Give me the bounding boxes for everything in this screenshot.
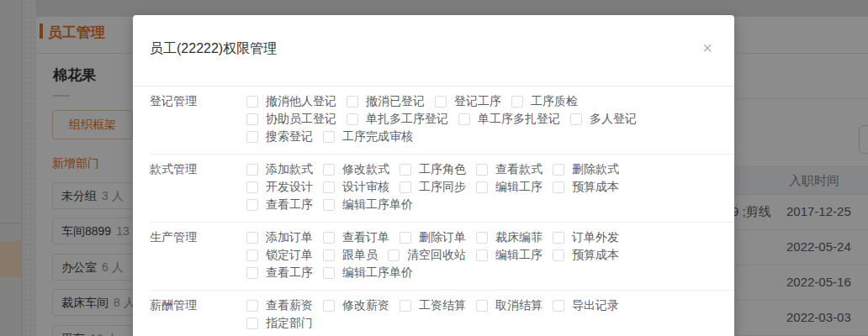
checkbox-icon[interactable]	[323, 181, 335, 193]
permission-label: 编辑工序	[495, 180, 542, 195]
permission-checkbox-item[interactable]: 多人登记	[570, 112, 637, 127]
permission-checkbox-item[interactable]: 指定部门	[246, 316, 313, 331]
permission-checkbox-item[interactable]: 工资结算	[400, 298, 466, 313]
permission-checkbox-item[interactable]: 工序质检	[511, 94, 578, 109]
permission-checkbox-item[interactable]: 单工序多扎登记	[458, 112, 560, 127]
checkbox-icon[interactable]	[246, 164, 258, 176]
checkbox-icon[interactable]	[246, 318, 258, 329]
checkbox-icon[interactable]	[323, 131, 335, 143]
permission-rows: 添加款式修改款式工序角色查看款式删除款式开发设计设计审核工序同步编辑工序预算成本…	[246, 160, 734, 213]
permission-label: 查看款式	[495, 162, 542, 177]
checkbox-icon[interactable]	[388, 249, 400, 261]
checkbox-icon[interactable]	[323, 232, 335, 244]
permission-label: 单扎多工序登记	[366, 112, 448, 127]
checkbox-icon[interactable]	[347, 113, 358, 125]
permission-section-label: 登记管理	[150, 92, 246, 110]
close-icon[interactable]: ×	[696, 37, 719, 60]
checkbox-icon[interactable]	[246, 96, 258, 108]
permission-checkbox-item[interactable]: 撤消已登记	[347, 94, 425, 109]
permission-checkbox-item[interactable]: 编辑工序单价	[323, 197, 413, 213]
permission-checkbox-item[interactable]: 单扎多工序登记	[347, 112, 448, 127]
checkbox-icon[interactable]	[476, 232, 488, 244]
permission-label: 添加订单	[266, 230, 313, 245]
permission-checkbox-item[interactable]: 预算成本	[553, 180, 619, 195]
permission-checkbox-item[interactable]: 取消结算	[476, 298, 542, 313]
checkbox-icon[interactable]	[246, 199, 258, 211]
permission-checkbox-item[interactable]: 开发设计	[246, 180, 313, 195]
checkbox-icon[interactable]	[347, 96, 358, 108]
permission-checkbox-item[interactable]: 登记工序	[435, 94, 501, 109]
checkbox-icon[interactable]	[553, 164, 564, 176]
checkbox-icon[interactable]	[246, 181, 258, 193]
permission-checkbox-item[interactable]: 添加款式	[246, 162, 313, 177]
permission-label: 撤消已登记	[366, 94, 425, 109]
permission-label: 查看工序	[266, 197, 313, 213]
permissions-modal: 员工(22222)权限管理 × 登记管理撤消他人登记撤消已登记登记工序工序质检协…	[133, 15, 734, 336]
permission-rows: 添加订单查看订单删除订单裁床编菲订单外发锁定订单跟单员清空回收站编辑工序预算成本…	[246, 228, 734, 281]
checkbox-icon[interactable]	[458, 113, 470, 125]
checkbox-icon[interactable]	[476, 164, 488, 176]
permission-checkbox-item[interactable]: 预算成本	[553, 248, 619, 263]
checkbox-icon[interactable]	[553, 249, 564, 261]
checkbox-icon[interactable]	[476, 249, 488, 261]
checkbox-icon[interactable]	[553, 300, 564, 312]
permission-checkbox-item[interactable]: 删除款式	[553, 162, 619, 177]
permission-checkbox-item[interactable]: 添加订单	[246, 230, 313, 245]
permission-label: 编辑工序单价	[342, 197, 413, 213]
checkbox-icon[interactable]	[400, 300, 411, 312]
permission-label: 添加款式	[266, 162, 313, 177]
permission-checkbox-item[interactable]: 跟单员	[323, 248, 378, 263]
checkbox-icon[interactable]	[246, 300, 258, 312]
checkbox-icon[interactable]	[400, 164, 411, 176]
permission-checkbox-item[interactable]: 修改薪资	[323, 298, 389, 313]
checkbox-icon[interactable]	[323, 164, 335, 176]
permission-checkbox-item[interactable]: 修改款式	[323, 162, 389, 177]
permission-checkbox-item[interactable]: 协助员工登记	[246, 112, 336, 127]
checkbox-icon[interactable]	[323, 267, 335, 279]
checkbox-icon[interactable]	[400, 232, 411, 244]
permission-checkbox-item[interactable]: 导出记录	[553, 298, 619, 313]
checkbox-icon[interactable]	[246, 267, 258, 279]
permission-checkbox-item[interactable]: 编辑工序单价	[323, 265, 413, 281]
permission-checkbox-item[interactable]: 搜索登记	[246, 129, 313, 144]
permission-label: 查看薪资	[266, 298, 313, 313]
checkbox-icon[interactable]	[435, 96, 447, 108]
permission-checkbox-item[interactable]: 查看工序	[246, 265, 313, 281]
permission-checkbox-item[interactable]: 编辑工序	[476, 180, 542, 195]
permission-row: 撤消他人登记撤消已登记登记工序工序质检	[246, 92, 734, 110]
permission-checkbox-item[interactable]: 查看薪资	[246, 298, 313, 313]
checkbox-icon[interactable]	[476, 181, 488, 193]
permission-label: 工序质检	[531, 94, 578, 109]
modal-header: 员工(22222)权限管理 ×	[133, 15, 734, 87]
permission-checkbox-item[interactable]: 编辑工序	[476, 248, 542, 263]
permission-checkbox-item[interactable]: 查看款式	[476, 162, 542, 177]
permission-checkbox-item[interactable]: 工序角色	[400, 162, 466, 177]
permission-checkbox-item[interactable]: 删除订单	[400, 230, 466, 245]
checkbox-icon[interactable]	[553, 232, 564, 244]
permission-checkbox-item[interactable]: 裁床编菲	[476, 230, 542, 245]
checkbox-icon[interactable]	[323, 249, 335, 261]
checkbox-icon[interactable]	[476, 300, 488, 312]
permission-section-label: 薪酬管理	[150, 297, 246, 314]
checkbox-icon[interactable]	[246, 249, 258, 261]
checkbox-icon[interactable]	[511, 96, 523, 108]
checkbox-icon[interactable]	[400, 181, 411, 193]
permission-checkbox-item[interactable]: 设计审核	[323, 180, 389, 195]
checkbox-icon[interactable]	[246, 131, 258, 143]
permission-checkbox-item[interactable]: 工序同步	[400, 180, 466, 195]
permission-label: 设计审核	[342, 180, 389, 195]
permission-checkbox-item[interactable]: 查看工序	[246, 197, 313, 213]
checkbox-icon[interactable]	[323, 300, 335, 312]
permission-label: 开发设计	[266, 180, 313, 195]
permission-checkbox-item[interactable]: 撤消他人登记	[246, 94, 336, 109]
permission-checkbox-item[interactable]: 锁定订单	[246, 248, 313, 263]
checkbox-icon[interactable]	[570, 113, 582, 125]
checkbox-icon[interactable]	[553, 181, 564, 193]
permission-checkbox-item[interactable]: 订单外发	[553, 230, 619, 245]
permission-checkbox-item[interactable]: 工序完成审核	[323, 129, 413, 144]
checkbox-icon[interactable]	[246, 113, 258, 125]
checkbox-icon[interactable]	[323, 199, 335, 211]
permission-checkbox-item[interactable]: 清空回收站	[388, 248, 466, 263]
permission-checkbox-item[interactable]: 查看订单	[323, 230, 389, 245]
checkbox-icon[interactable]	[246, 232, 258, 244]
